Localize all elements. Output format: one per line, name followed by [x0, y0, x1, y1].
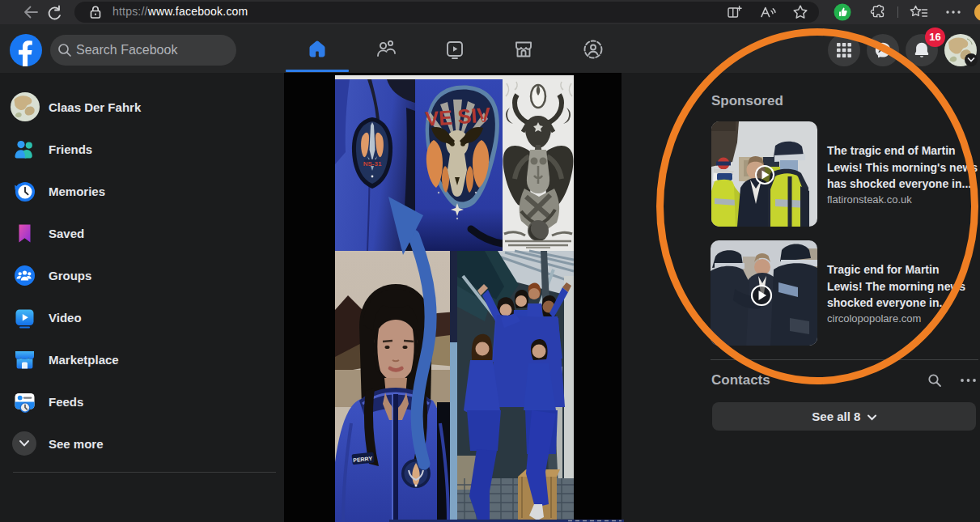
- svg-text:VE SIV: VE SIV: [424, 103, 491, 130]
- svg-text:NS-31: NS-31: [363, 160, 382, 168]
